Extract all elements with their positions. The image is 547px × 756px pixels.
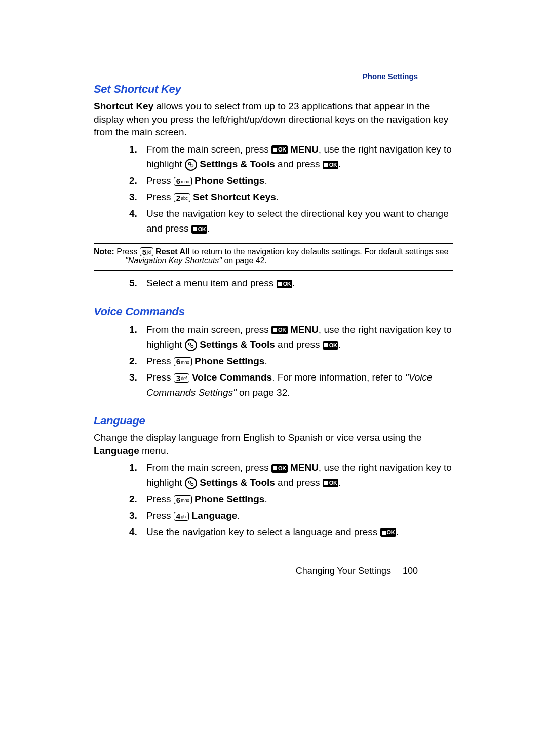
ok-key-icon: OK [277, 280, 293, 288]
ok-key-icon: OK [323, 341, 339, 350]
step: 2. Press 6mno Phone Settings. [129, 354, 453, 368]
shortcut-steps: 1. From the main screen, press OK MENU, … [129, 142, 453, 236]
t: Press [146, 494, 174, 504]
intro-lead: Shortcut Key [94, 101, 153, 111]
t: . [207, 223, 210, 234]
t: to return to the navigation key defaults… [190, 247, 449, 256]
t: Press [146, 372, 174, 383]
t: Phone Settings [194, 175, 264, 186]
t: . [264, 494, 267, 504]
step-number: 2. [129, 173, 137, 188]
t: and press [275, 339, 323, 350]
step-number: 4. [129, 524, 137, 539]
t: Press [146, 192, 174, 202]
step-number: 3. [129, 190, 137, 204]
step-number: 5. [129, 276, 137, 290]
t: MENU [290, 324, 319, 335]
step-number: 2. [129, 492, 137, 506]
t: Press [146, 510, 174, 521]
step-number: 1. [129, 460, 137, 475]
t: . [292, 278, 295, 288]
section-title-language: Language [94, 414, 453, 427]
t: . [276, 192, 279, 202]
key-2-icon: 2abc [174, 193, 190, 202]
t: Change the display language from English… [94, 432, 421, 443]
settings-tools-icon [185, 339, 197, 351]
ok-key-icon: OK [380, 528, 397, 537]
shortcut-intro: Shortcut Key allows you to select from u… [94, 100, 453, 139]
running-head: Phone Settings [363, 72, 418, 81]
t: Press [146, 175, 174, 186]
t: Phone Settings [194, 356, 264, 366]
step: 4. Use the navigation key to select a la… [129, 524, 453, 539]
t: Press [146, 356, 174, 366]
settings-tools-icon [185, 159, 197, 171]
t: . [264, 356, 267, 366]
svg-point-1 [191, 165, 193, 167]
shortcut-step5: 5. Select a menu item and press OK. [129, 276, 453, 290]
step-number: 1. [129, 142, 137, 157]
t: From the main screen, press [146, 144, 271, 155]
step-number: 2. [129, 354, 137, 368]
step: 2. Press 6mno Phone Settings. [129, 173, 453, 188]
key-6-icon: 6mno [174, 495, 192, 504]
t: . [237, 510, 240, 521]
key-6-icon: 6mno [174, 177, 192, 186]
t: and press [275, 477, 323, 488]
t: Settings & Tools [200, 477, 275, 488]
t: From the main screen, press [146, 324, 271, 335]
note-ref-line: "Navigation Key Shortcuts" on page 42. [125, 256, 453, 266]
t: . [338, 339, 341, 350]
t: Reset All [155, 247, 190, 256]
step: 5. Select a menu item and press OK. [129, 276, 453, 290]
step: 1. From the main screen, press OK MENU, … [129, 322, 453, 352]
t: Use the navigation key to select a langu… [146, 526, 380, 537]
language-intro: Change the display language from English… [94, 431, 453, 457]
svg-point-0 [188, 163, 191, 165]
section-title-voice: Voice Commands [94, 305, 453, 318]
settings-tools-icon [185, 477, 197, 489]
step-number: 3. [129, 508, 137, 523]
note-ref: "Navigation Key Shortcuts" [125, 256, 222, 265]
t: Voice Commands [192, 372, 272, 383]
svg-point-5 [191, 483, 193, 486]
page-footer: Changing Your Settings 100 [296, 565, 418, 576]
language-steps: 1. From the main screen, press OK MENU, … [129, 460, 453, 539]
t: . [396, 526, 399, 537]
section-title-shortcut: Set Shortcut Key [94, 83, 453, 96]
step: 3. Press 3def Voice Commands. For more i… [129, 370, 453, 400]
t: Language [192, 510, 238, 521]
footer-text: Changing Your Settings [296, 565, 391, 576]
t: From the main screen, press [146, 462, 271, 473]
running-head-text: Phone Settings [363, 72, 418, 81]
ok-key-icon: OK [271, 145, 288, 154]
ok-key-icon: OK [323, 479, 339, 487]
step: 2. Press 6mno Phone Settings. [129, 492, 453, 506]
step-number: 3. [129, 370, 137, 385]
svg-point-4 [188, 481, 191, 483]
t: and press [275, 159, 323, 169]
ok-key-icon: OK [271, 326, 288, 334]
voice-steps: 1. From the main screen, press OK MENU, … [129, 322, 453, 400]
note-label: Note: [94, 247, 114, 256]
step: 1. From the main screen, press OK MENU, … [129, 142, 453, 172]
t: Phone Settings [194, 494, 264, 504]
svg-point-3 [191, 345, 193, 348]
t: Select a menu item and press [146, 278, 277, 288]
key-3-icon: 3def [174, 373, 189, 383]
ok-key-icon: OK [191, 225, 208, 234]
t: menu. [139, 445, 169, 456]
t: Settings & Tools [200, 339, 275, 350]
key-5-icon: 5jkl [140, 247, 153, 256]
t: . [264, 175, 267, 186]
t: Settings & Tools [200, 159, 275, 169]
page-number: 100 [403, 565, 418, 576]
svg-point-2 [188, 343, 191, 346]
step-number: 4. [129, 206, 137, 221]
ok-key-icon: OK [323, 161, 339, 169]
step: 1. From the main screen, press OK MENU, … [129, 460, 453, 490]
t: . [338, 159, 341, 169]
key-4-icon: 4ghi [174, 512, 189, 521]
ok-key-icon: OK [271, 464, 288, 473]
step-number: 1. [129, 322, 137, 337]
